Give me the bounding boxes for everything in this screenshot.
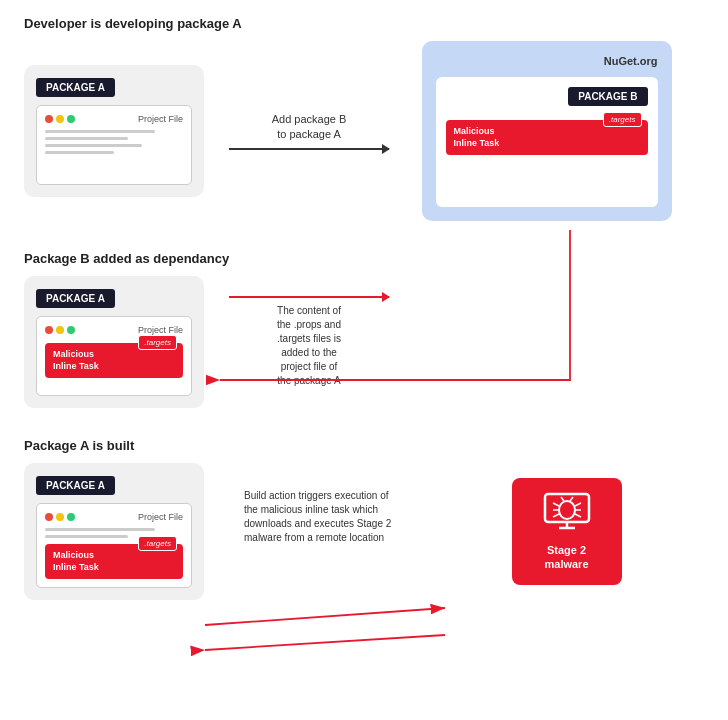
- section2-arrow-row: [229, 296, 389, 298]
- section3-window-title: Project File: [138, 512, 183, 522]
- section3-targets-badge: .targets: [138, 536, 177, 551]
- section1-pkg-card: PACKAGE A Project File: [24, 65, 204, 197]
- section2-malicious-block: .targets MaliciousInline Task: [45, 343, 183, 378]
- dot-green3: [67, 513, 75, 521]
- section2-mid: The content ofthe .props and.targets fil…: [229, 296, 389, 388]
- section2-connector-text: The content ofthe .props and.targets fil…: [272, 304, 346, 388]
- section1-pkg-window: Project File: [36, 105, 192, 185]
- svg-line-9: [575, 514, 581, 517]
- stage2-label: Stage 2 malware: [528, 543, 606, 572]
- section3-row: PACKAGE A Project File: [24, 463, 704, 600]
- dot-green2: [67, 326, 75, 334]
- section1-arrow-row: [229, 148, 389, 150]
- section1-connector-text: Add package Bto package A: [267, 112, 352, 143]
- win-line1: [45, 130, 155, 133]
- section2-row: PACKAGE A Project File .targets: [24, 276, 704, 408]
- section2-titlebar: Project File: [45, 325, 183, 335]
- svg-line-11: [570, 497, 573, 501]
- svg-line-4: [553, 503, 559, 506]
- section1-arrow: [229, 148, 389, 150]
- section1-row: PACKAGE A Project File: [24, 41, 704, 221]
- dot-red: [45, 115, 53, 123]
- dot-yellow2: [56, 326, 64, 334]
- section1-lines: [45, 130, 183, 154]
- diagram-container: Developer is developing package A PACKAG…: [0, 0, 728, 626]
- svg-line-6: [553, 514, 559, 517]
- win-line2: [45, 137, 128, 140]
- section3-malicious-block: .targets MaliciousInline Task: [45, 544, 183, 579]
- dot-yellow: [56, 115, 64, 123]
- section3-mid: Build action triggers execution ofthe ma…: [229, 489, 429, 575]
- section3-block: Package A is built PACKAGE A Project Fil…: [24, 438, 704, 600]
- nuget-malicious-label: MaliciousInline Task: [454, 126, 640, 149]
- nuget-inner: PACKAGE B .targets MaliciousInline Task: [436, 77, 658, 207]
- section1-right: NuGet.org PACKAGE B .targets MaliciousIn…: [389, 41, 704, 221]
- section3-pkg-window: Project File .targets MaliciousInline Ta…: [36, 503, 192, 588]
- section2-arrow-left: [229, 296, 389, 298]
- svg-point-3: [559, 501, 575, 519]
- svg-rect-0: [545, 494, 589, 522]
- section3-left: PACKAGE A Project File: [24, 463, 229, 600]
- section2-left: PACKAGE A Project File .targets: [24, 276, 229, 408]
- svg-line-15: [205, 608, 445, 625]
- section2-pkg-card: PACKAGE A Project File .targets: [24, 276, 204, 408]
- dot-yellow3: [56, 513, 64, 521]
- section1-pkg-label: PACKAGE A: [36, 78, 115, 97]
- nuget-label: NuGet.org: [436, 55, 658, 67]
- section1-mid: Add package Bto package A: [229, 112, 389, 151]
- svg-line-10: [561, 497, 564, 501]
- dot-red3: [45, 513, 53, 521]
- svg-line-16: [205, 635, 445, 650]
- svg-line-7: [575, 503, 581, 506]
- section1-left: PACKAGE A Project File: [24, 65, 229, 197]
- section3-pkg-label: PACKAGE A: [36, 476, 115, 495]
- dot-red2: [45, 326, 53, 334]
- section1-window-title: Project File: [138, 114, 183, 124]
- section2-title: Package B added as dependancy: [24, 251, 704, 266]
- pkg-b-label: PACKAGE B: [568, 87, 647, 106]
- section3-connector-text: Build action triggers execution ofthe ma…: [239, 489, 396, 545]
- section2-pkg-label: PACKAGE A: [36, 289, 115, 308]
- win-line-s3-1: [45, 528, 155, 531]
- win-line3: [45, 144, 142, 147]
- section3-title: Package A is built: [24, 438, 704, 453]
- nuget-targets-badge: .targets: [603, 112, 642, 127]
- section2-malicious-label: MaliciousInline Task: [53, 349, 175, 372]
- win-line4: [45, 151, 114, 154]
- section2-targets-badge: .targets: [138, 335, 177, 350]
- section2-block: Package B added as dependancy PACKAGE A …: [24, 251, 704, 408]
- section3-right: Stage 2 malware: [429, 478, 704, 586]
- section1-block: Developer is developing package A PACKAG…: [24, 16, 704, 221]
- section3-malicious-label: MaliciousInline Task: [53, 550, 175, 573]
- nuget-box: NuGet.org PACKAGE B .targets MaliciousIn…: [422, 41, 672, 221]
- section2-window-title: Project File: [138, 325, 183, 335]
- section3-pkg-card: PACKAGE A Project File: [24, 463, 204, 600]
- stage2-box: Stage 2 malware: [512, 478, 622, 586]
- section3-titlebar: Project File: [45, 512, 183, 522]
- section1-title: Developer is developing package A: [24, 16, 704, 31]
- dot-green: [67, 115, 75, 123]
- section1-titlebar: Project File: [45, 114, 183, 124]
- section2-pkg-window: Project File .targets MaliciousInline Ta…: [36, 316, 192, 396]
- nuget-malicious-block: .targets MaliciousInline Task: [446, 120, 648, 155]
- stage2-icon: [543, 492, 591, 537]
- window-dots: [45, 115, 75, 123]
- win-line-s3-2: [45, 535, 128, 538]
- window-dots3: [45, 513, 75, 521]
- window-dots2: [45, 326, 75, 334]
